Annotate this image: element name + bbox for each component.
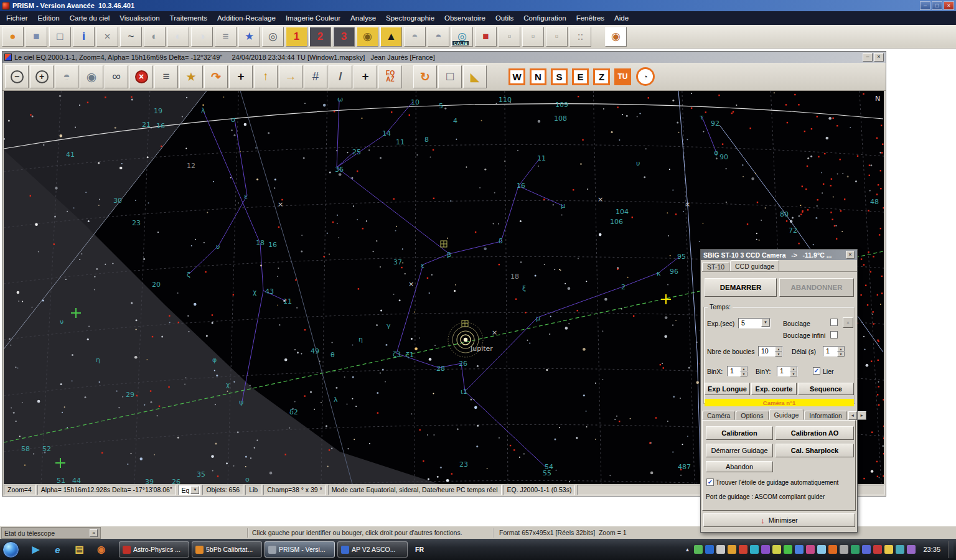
tray-icon[interactable] bbox=[862, 545, 871, 554]
tab-st-10[interactable]: ST-10 bbox=[702, 262, 729, 271]
tray-icon[interactable] bbox=[884, 545, 893, 554]
tray-icon[interactable] bbox=[817, 545, 826, 554]
tray-icon[interactable] bbox=[896, 545, 904, 554]
eq-az-button[interactable]: EQ AZ bbox=[378, 65, 402, 88]
task-astro-physics[interactable]: Astro-Physics ... bbox=[119, 541, 189, 558]
telescope-state-tab[interactable]: Etat du télescope × bbox=[1, 527, 101, 539]
calibration-ao-button[interactable]: Calibration AO bbox=[776, 426, 854, 440]
tray-icon[interactable] bbox=[840, 545, 848, 554]
measure-button[interactable]: :: bbox=[569, 27, 591, 47]
ccd-close-button[interactable]: × bbox=[846, 251, 855, 259]
maximize-button[interactable]: □ bbox=[932, 1, 942, 10]
curves-button[interactable]: ~ bbox=[120, 27, 142, 47]
calibration-button[interactable]: Calibration bbox=[706, 426, 773, 440]
spin-down-icon[interactable]: ▼ bbox=[790, 371, 797, 376]
filter-wheel-button[interactable]: ◉ bbox=[357, 27, 378, 47]
menu-fichier[interactable]: Fichier bbox=[1, 11, 33, 25]
show-desktop-button[interactable] bbox=[948, 541, 954, 558]
menu-visualisation[interactable]: Visualisation bbox=[115, 11, 164, 25]
coordinate-system-select[interactable]: Eq ▼ bbox=[178, 485, 201, 495]
abandonner-button[interactable]: ABANDONNER bbox=[779, 278, 854, 297]
save-button[interactable]: ■ bbox=[26, 27, 47, 47]
bouclage-close-button[interactable]: × bbox=[843, 317, 853, 328]
task-prism-versi[interactable]: PRISM - Versi... bbox=[265, 541, 335, 558]
ephemeris-button[interactable]: # bbox=[304, 65, 327, 88]
slew-right-button[interactable]: → bbox=[279, 65, 302, 88]
menu-aide[interactable]: Aide bbox=[609, 11, 634, 25]
tray-icon[interactable] bbox=[772, 545, 781, 554]
sequence-button[interactable]: Sequence bbox=[798, 383, 854, 395]
tray-icon[interactable] bbox=[705, 545, 714, 554]
menu-traitements[interactable]: Traitements bbox=[165, 11, 212, 25]
abandon-button[interactable]: Abandon bbox=[706, 461, 773, 472]
tray-icon[interactable] bbox=[828, 545, 837, 554]
autofind-checkbox[interactable]: ✓ bbox=[706, 478, 714, 486]
tray-icon[interactable] bbox=[761, 545, 770, 554]
map-window-titlebar[interactable]: Le ciel EQ.2000-1-1, Zoom=4, Alpha= 15h1… bbox=[2, 52, 886, 63]
menu-configuration[interactable]: Configuration bbox=[518, 11, 571, 25]
refresh-button[interactable]: ↻ bbox=[413, 65, 437, 88]
spin-up-icon[interactable]: ▲ bbox=[837, 347, 845, 352]
nbre-boucles-spinner[interactable]: 10 ▲▼ bbox=[758, 346, 783, 357]
internet-explorer-launcher[interactable]: e bbox=[50, 542, 65, 558]
menu-observatoire[interactable]: Observatoire bbox=[439, 11, 490, 25]
spin-up-icon[interactable]: ▲ bbox=[775, 347, 782, 352]
pan-hand-button[interactable]: ● bbox=[2, 27, 24, 47]
menu-analyse[interactable]: Analyse bbox=[345, 11, 381, 25]
tray-icon[interactable] bbox=[694, 545, 703, 554]
copy-display-button[interactable]: □ bbox=[49, 27, 71, 47]
moon-right-button[interactable]: ◑ bbox=[191, 27, 213, 47]
bouclage-infini-checkbox[interactable] bbox=[830, 331, 838, 338]
media-player-launcher[interactable]: ▶ bbox=[28, 542, 44, 558]
tab-options[interactable]: Options bbox=[736, 411, 768, 420]
browser-launcher[interactable]: ◉ bbox=[93, 542, 109, 558]
camera2-button[interactable]: 2 bbox=[309, 27, 331, 47]
ccd-panel-titlebar[interactable]: SBIG ST-10 3 CCD Camera -> -11.9°C ... × bbox=[701, 250, 857, 260]
spin-up-icon[interactable]: ▲ bbox=[740, 366, 747, 371]
binoculars-button[interactable]: ∞ bbox=[105, 65, 128, 88]
menu-spectrographie[interactable]: Spectrographie bbox=[381, 11, 439, 25]
camera3-button[interactable]: 3 bbox=[333, 27, 355, 47]
spin-down-icon[interactable]: ▼ bbox=[775, 352, 782, 357]
spin-down-icon[interactable]: ▼ bbox=[740, 371, 747, 376]
task-5bpb-calibrtat[interactable]: 5bPb Calibrtat... bbox=[192, 541, 262, 558]
tray-icon[interactable] bbox=[739, 545, 747, 554]
zoom-in-button[interactable]: + bbox=[30, 65, 54, 88]
map-minimize-button[interactable]: – bbox=[863, 53, 873, 62]
star-pointer-button[interactable]: ★ bbox=[179, 65, 203, 88]
cal-sharplock-button[interactable]: Cal. Sharplock bbox=[776, 444, 854, 457]
telescope-tab-close-icon[interactable]: × bbox=[90, 529, 98, 537]
tray-icon[interactable] bbox=[750, 545, 759, 554]
mosaic-button[interactable]: + bbox=[354, 65, 377, 88]
delai-spinner[interactable]: 1 ▲▼ bbox=[823, 346, 845, 357]
dome-view-button[interactable]: ◓ bbox=[55, 65, 78, 88]
moon-left-button[interactable]: ◐ bbox=[167, 27, 189, 47]
spinner-arrows[interactable]: ▲▼ bbox=[837, 347, 845, 356]
exp-courte-button[interactable]: Exp. courte bbox=[751, 383, 797, 395]
remove-button[interactable]: × bbox=[129, 65, 153, 88]
tab-guidage[interactable]: Guidage bbox=[769, 409, 804, 420]
tab-cam-ra[interactable]: Caméra bbox=[702, 411, 735, 420]
menu-fen-tres[interactable]: Fenêtres bbox=[571, 11, 609, 25]
menu-addition-recalage[interactable]: Addition-Recalage bbox=[212, 11, 281, 25]
compass-s-button[interactable]: S bbox=[551, 68, 568, 85]
language-indicator[interactable]: FR bbox=[410, 543, 429, 556]
telescope-mount-button[interactable]: ▲ bbox=[380, 27, 402, 47]
tray-icon[interactable] bbox=[716, 545, 725, 554]
grid-button[interactable]: ≡ bbox=[215, 27, 237, 47]
spin-up-icon[interactable]: ▲ bbox=[790, 366, 797, 371]
spinner-arrows[interactable]: ▲▼ bbox=[740, 366, 747, 376]
mask-circle-button[interactable]: ◐ bbox=[144, 27, 166, 47]
tray-icon[interactable] bbox=[873, 545, 882, 554]
tab-scroll-left-button[interactable]: ◄ bbox=[848, 411, 857, 420]
binx-spinner[interactable]: 1 ▲▼ bbox=[727, 366, 748, 376]
minimize-button[interactable]: – bbox=[920, 1, 930, 10]
dome-b-button[interactable]: ◓ bbox=[428, 27, 449, 47]
exp-longue-button[interactable]: Exp Longue bbox=[705, 383, 750, 395]
info-button[interactable]: i bbox=[73, 27, 95, 47]
tray-icon[interactable] bbox=[806, 545, 815, 554]
zoom-star-button[interactable]: ★ bbox=[238, 27, 260, 47]
set-square-button[interactable]: ◣ bbox=[463, 65, 487, 88]
calib-cd-button[interactable]: ◎CALIB bbox=[451, 27, 473, 47]
compass-z-button[interactable]: Z bbox=[593, 68, 610, 85]
